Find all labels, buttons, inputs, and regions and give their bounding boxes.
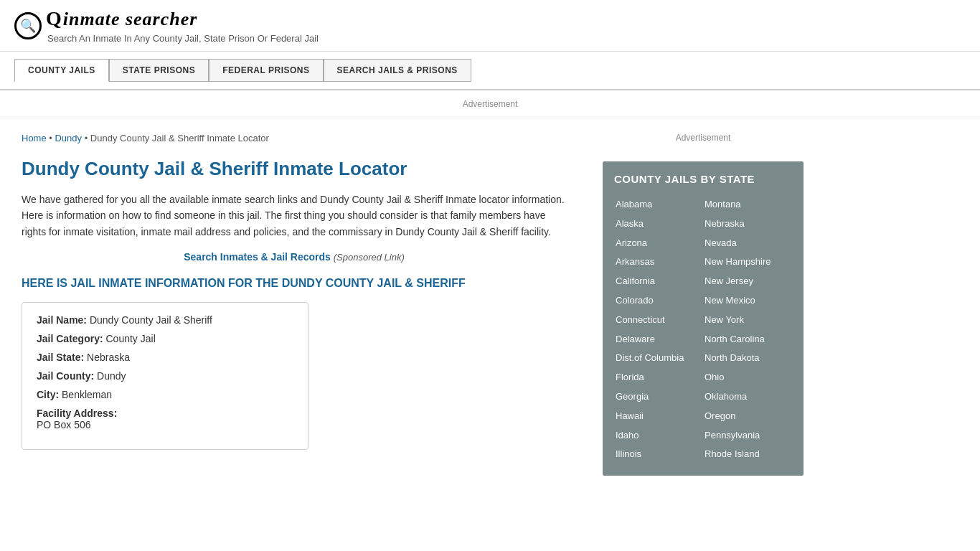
logo-text: inmate searcher — [63, 9, 198, 30]
breadcrumb-current: Dundy County Jail & Sheriff Inmate Locat… — [90, 133, 269, 143]
state-link[interactable]: Florida — [614, 368, 703, 387]
jail-name-val: Dundy County Jail & Sheriff — [90, 314, 212, 326]
state-link[interactable]: Pennsylvania — [703, 426, 792, 446]
state-link[interactable]: Alabama — [614, 195, 703, 215]
jail-name-label: Jail Name: — [37, 314, 87, 326]
state-link[interactable]: California — [614, 272, 703, 291]
state-link[interactable]: New Mexico — [703, 291, 792, 311]
states-grid: AlabamaAlaskaArizonaArkansasCaliforniaCo… — [614, 195, 792, 464]
state-link[interactable]: Idaho — [614, 426, 703, 446]
nav-state-prisons[interactable]: STATE PRISONS — [109, 59, 209, 82]
header: 🔍 Q inmate searcher Search An Inmate In … — [0, 0, 980, 52]
content-area: Home • Dundy • Dundy County Jail & Sheri… — [0, 118, 588, 483]
state-link[interactable]: Delaware — [614, 330, 703, 349]
info-row-jail-county: Jail County: Dundy — [37, 370, 293, 382]
county-jails-by-state: COUNTY JAILS BY STATE AlabamaAlaskaArizo… — [603, 161, 804, 476]
jail-cat-val: County Jail — [105, 333, 155, 344]
state-link[interactable]: Nebraska — [703, 215, 792, 234]
sponsored-link[interactable]: Search Inmates & Jail Records — [184, 251, 331, 263]
state-link[interactable]: Nevada — [703, 234, 792, 253]
nav-county-jails[interactable]: COUNTY JAILS — [14, 59, 109, 82]
sidebar: Advertisement COUNTY JAILS BY STATE Alab… — [588, 118, 818, 483]
navigation: COUNTY JAILS STATE PRISONS FEDERAL PRISO… — [0, 52, 980, 90]
nav-search-jails[interactable]: SEARCH JAILS & PRISONS — [324, 59, 471, 82]
state-link[interactable]: New York — [703, 311, 792, 330]
city-label: City: — [37, 389, 59, 400]
jail-state-label: Jail State: — [37, 352, 84, 363]
state-link[interactable]: New Hampshire — [703, 253, 792, 272]
info-box: Jail Name: Dundy County Jail & Sheriff J… — [22, 302, 308, 450]
ad-banner: Advertisement — [0, 90, 980, 118]
state-link[interactable]: Rhode Island — [703, 445, 792, 464]
state-link[interactable]: Connecticut — [614, 311, 703, 330]
main-layout: Home • Dundy • Dundy County Jail & Sheri… — [0, 118, 980, 483]
state-link[interactable]: Georgia — [614, 387, 703, 407]
description-text: We have gathered for you all the availab… — [22, 192, 567, 240]
state-link[interactable]: Arizona — [614, 234, 703, 253]
state-link[interactable]: Ohio — [703, 368, 792, 387]
breadcrumb: Home • Dundy • Dundy County Jail & Sheri… — [22, 133, 567, 143]
state-link[interactable]: Oklahoma — [703, 387, 792, 407]
jail-state-val: Nebraska — [87, 352, 130, 363]
logo-icon: 🔍 — [14, 12, 42, 39]
info-row-address: Facility Address: PO Box 506 — [37, 408, 293, 430]
info-row-jail-state: Jail State: Nebraska — [37, 352, 293, 363]
state-link[interactable]: North Carolina — [703, 330, 792, 349]
state-link[interactable]: Hawaii — [614, 407, 703, 426]
sidebar-ad: Advertisement — [603, 126, 804, 150]
page-title: Dundy County Jail & Sheriff Inmate Locat… — [22, 158, 567, 180]
breadcrumb-dundy[interactable]: Dundy — [55, 133, 82, 143]
state-link[interactable]: Alaska — [614, 215, 703, 234]
info-row-city: City: Benkleman — [37, 389, 293, 400]
logo-area: 🔍 Q inmate searcher Search An Inmate In … — [14, 7, 966, 44]
info-row-jail-category: Jail Category: County Jail — [37, 333, 293, 344]
section-heading: HERE IS JAIL INMATE INFORMATION FOR THE … — [22, 276, 567, 291]
sponsored-note-text: (Sponsored Link) — [334, 252, 405, 263]
state-link[interactable]: Arkansas — [614, 253, 703, 272]
info-row-jail-name: Jail Name: Dundy County Jail & Sheriff — [37, 314, 293, 326]
states-left-col: AlabamaAlaskaArizonaArkansasCaliforniaCo… — [614, 195, 703, 464]
state-link[interactable]: New Jersey — [703, 272, 792, 291]
breadcrumb-home[interactable]: Home — [22, 133, 47, 143]
nav-federal-prisons[interactable]: FEDERAL PRISONS — [209, 59, 323, 82]
jail-county-val: Dundy — [97, 370, 126, 382]
jail-category-label: Jail Category: — [37, 333, 103, 344]
state-link[interactable]: Dist.of Columbia — [614, 349, 703, 368]
state-link[interactable]: Colorado — [614, 291, 703, 311]
state-link[interactable]: Oregon — [703, 407, 792, 426]
jail-county-label: Jail County: — [37, 370, 94, 382]
city-val: Benkleman — [62, 389, 112, 400]
state-link[interactable]: North Dakota — [703, 349, 792, 368]
state-link[interactable]: Illinois — [614, 445, 703, 464]
county-jails-title: COUNTY JAILS BY STATE — [614, 173, 792, 185]
states-right-col: MontanaNebraskaNevadaNew HampshireNew Je… — [703, 195, 792, 464]
state-link[interactable]: Montana — [703, 195, 792, 215]
facility-address-label: Facility Address: — [37, 408, 117, 419]
sponsored-link-section: Search Inmates & Jail Records (Sponsored… — [22, 251, 567, 263]
tagline: Search An Inmate In Any County Jail, Sta… — [47, 33, 319, 44]
facility-address-value: PO Box 506 — [37, 419, 91, 430]
